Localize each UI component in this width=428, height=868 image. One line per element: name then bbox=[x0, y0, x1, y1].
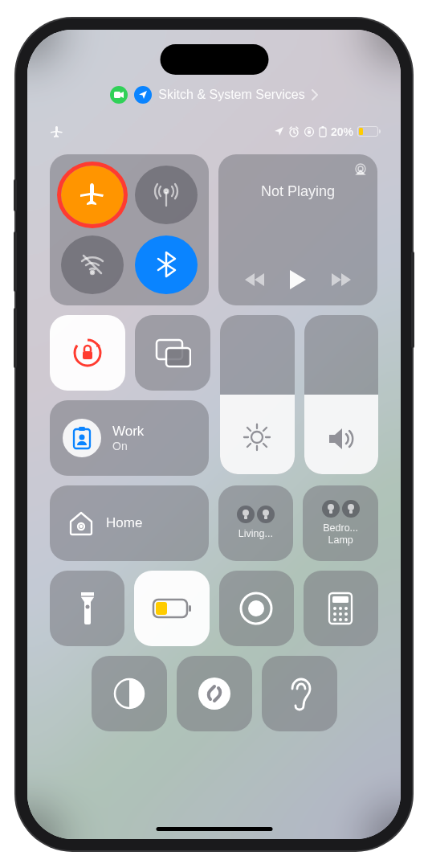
dark-mode-icon bbox=[112, 677, 146, 710]
rotation-lock-icon bbox=[304, 126, 315, 137]
svg-rect-10 bbox=[83, 351, 92, 359]
calculator-icon bbox=[328, 592, 353, 625]
svg-rect-14 bbox=[79, 427, 85, 431]
iphone-frame: Skitch & System Services 20% bbox=[16, 18, 412, 850]
volume-down[interactable] bbox=[14, 308, 17, 368]
wifi-toggle[interactable] bbox=[61, 235, 124, 294]
svg-rect-26 bbox=[349, 510, 353, 514]
svg-point-15 bbox=[79, 434, 85, 440]
location-indicator-icon bbox=[134, 86, 152, 104]
ear-icon bbox=[286, 676, 313, 711]
bulb-icon bbox=[322, 500, 340, 518]
homekit-room2-label2: Lamp bbox=[323, 534, 358, 546]
shazam-icon bbox=[197, 676, 232, 711]
low-power-button[interactable] bbox=[134, 571, 209, 646]
calculator-button[interactable] bbox=[304, 571, 378, 646]
battery-pct: 20% bbox=[331, 125, 353, 138]
mute-switch[interactable] bbox=[14, 179, 17, 211]
cellular-data-toggle[interactable] bbox=[135, 166, 198, 224]
bulb-icon bbox=[237, 506, 255, 523]
dynamic-island[interactable] bbox=[160, 44, 268, 75]
svg-rect-31 bbox=[156, 602, 167, 615]
svg-point-19 bbox=[243, 510, 249, 516]
volume-up[interactable] bbox=[14, 231, 17, 292]
battery-saver-icon bbox=[319, 126, 327, 137]
camera-indicator-icon bbox=[110, 86, 128, 104]
screen: Skitch & System Services 20% bbox=[27, 30, 401, 839]
wifi-off-icon bbox=[77, 249, 108, 280]
badge-icon bbox=[71, 426, 92, 450]
svg-rect-20 bbox=[244, 516, 247, 519]
svg-point-36 bbox=[333, 607, 336, 610]
svg-rect-5 bbox=[321, 126, 324, 128]
location-arrow-icon bbox=[274, 126, 284, 137]
screen-mirroring-button[interactable] bbox=[135, 315, 210, 391]
svg-point-39 bbox=[333, 612, 336, 616]
svg-rect-28 bbox=[81, 596, 94, 597]
flashlight-button[interactable] bbox=[50, 571, 124, 646]
mirroring-icon bbox=[154, 338, 191, 368]
screen-record-button[interactable] bbox=[219, 571, 294, 646]
svg-rect-35 bbox=[332, 596, 349, 603]
svg-point-25 bbox=[348, 504, 354, 510]
homekit-room2-button[interactable]: Bedro... Lamp bbox=[303, 485, 378, 561]
sun-icon bbox=[243, 423, 271, 452]
svg-point-46 bbox=[198, 678, 230, 710]
brightness-slider[interactable] bbox=[220, 315, 295, 474]
svg-point-7 bbox=[91, 271, 94, 274]
homekit-room1-label: Living... bbox=[238, 528, 273, 539]
airplane-status-icon bbox=[50, 125, 64, 139]
rotation-lock-red-icon bbox=[70, 335, 105, 371]
svg-point-16 bbox=[251, 432, 263, 443]
dark-mode-button[interactable] bbox=[92, 656, 167, 731]
home-button[interactable]: Home bbox=[50, 485, 209, 561]
home-icon bbox=[67, 510, 95, 536]
connectivity-module[interactable] bbox=[50, 154, 209, 305]
power-button[interactable] bbox=[411, 252, 414, 348]
svg-point-21 bbox=[263, 510, 269, 516]
antenna-icon bbox=[151, 179, 181, 210]
svg-point-27 bbox=[85, 604, 89, 608]
record-icon bbox=[238, 591, 274, 626]
hearing-button[interactable] bbox=[262, 656, 337, 731]
active-app-label: Skitch & System Services bbox=[158, 88, 304, 102]
status-bar: 20% bbox=[50, 125, 378, 139]
bluetooth-toggle[interactable] bbox=[135, 235, 198, 294]
speaker-icon bbox=[327, 426, 356, 452]
rotation-lock-button[interactable] bbox=[50, 315, 125, 391]
svg-point-23 bbox=[328, 504, 334, 510]
svg-point-33 bbox=[248, 600, 264, 616]
control-center: Not Playing bbox=[50, 154, 378, 807]
home-indicator[interactable] bbox=[156, 827, 272, 831]
svg-point-37 bbox=[339, 607, 342, 610]
media-module[interactable]: Not Playing bbox=[218, 154, 377, 305]
svg-rect-30 bbox=[189, 605, 191, 612]
focus-button[interactable]: Work On bbox=[50, 400, 209, 476]
forward-button[interactable] bbox=[328, 272, 353, 288]
svg-rect-22 bbox=[264, 516, 267, 519]
airplane-mode-toggle[interactable] bbox=[61, 166, 124, 224]
shazam-button[interactable] bbox=[177, 656, 252, 731]
svg-rect-4 bbox=[320, 128, 326, 137]
svg-rect-3 bbox=[308, 131, 311, 134]
svg-rect-24 bbox=[329, 510, 332, 514]
low-power-icon bbox=[152, 598, 192, 619]
flashlight-icon bbox=[78, 591, 97, 626]
bluetooth-icon bbox=[151, 249, 181, 280]
focus-icon-circle bbox=[63, 419, 101, 457]
active-app-banner[interactable]: Skitch & System Services bbox=[27, 86, 401, 104]
play-button[interactable] bbox=[288, 268, 308, 291]
bulb-icon bbox=[342, 500, 360, 518]
svg-point-42 bbox=[333, 618, 336, 621]
rewind-button[interactable] bbox=[243, 272, 267, 288]
bulb-icon bbox=[257, 506, 275, 523]
homekit-room1-button[interactable]: Living... bbox=[218, 485, 294, 561]
svg-point-18 bbox=[80, 526, 82, 527]
svg-point-38 bbox=[344, 607, 348, 610]
svg-point-41 bbox=[344, 612, 348, 616]
airplay-icon[interactable] bbox=[352, 162, 369, 178]
media-title: Not Playing bbox=[233, 183, 363, 200]
volume-slider[interactable] bbox=[304, 315, 379, 474]
svg-rect-12 bbox=[166, 348, 190, 366]
battery-icon bbox=[357, 126, 378, 137]
